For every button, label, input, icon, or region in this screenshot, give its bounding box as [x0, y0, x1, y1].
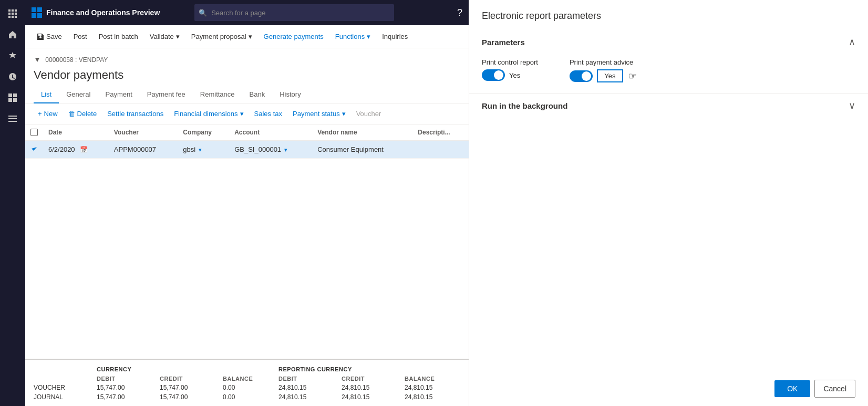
- sidebar-apps-icon[interactable]: [3, 4, 22, 23]
- trash-icon: 🗑: [68, 110, 75, 118]
- tab-list[interactable]: List: [34, 86, 59, 103]
- sidebar-modules-icon[interactable]: [3, 109, 22, 128]
- voucher-rep-debit: 24,810.15: [278, 383, 342, 392]
- svg-rect-19: [37, 13, 42, 18]
- print-payment-advice-param: Print payment advice Yes ☞: [570, 58, 637, 82]
- currency-header: CURRENCY: [97, 364, 278, 374]
- breadcrumb-text: 00000058 : VENDPAY: [45, 56, 108, 64]
- row-company: gbsi ▾: [178, 141, 229, 159]
- voucher-balance: 0.00: [223, 383, 278, 392]
- functions-chevron-icon: ▾: [367, 33, 370, 40]
- filter-icon: ▼: [34, 55, 41, 64]
- panel-title: Electronic report parameters: [469, 0, 868, 30]
- row-description: [412, 141, 469, 159]
- run-background-section: Run in the background ∨: [469, 93, 868, 118]
- payment-proposal-button[interactable]: Payment proposal ▾: [186, 29, 257, 44]
- svg-rect-4: [12, 13, 14, 15]
- post-button[interactable]: Post: [68, 29, 92, 44]
- generate-payments-button[interactable]: Generate payments: [259, 29, 329, 44]
- svg-rect-9: [8, 93, 12, 97]
- balance-header: BALANCE: [223, 374, 278, 383]
- payment-proposal-chevron-icon: ▾: [249, 33, 252, 40]
- col-company: Company: [178, 124, 229, 141]
- payment-status-button[interactable]: Payment status ▾: [288, 108, 350, 120]
- row-check-cell: [25, 141, 43, 159]
- col-date: Date: [43, 124, 109, 141]
- parameters-section-content: Print control report Yes Print payment a…: [469, 54, 868, 93]
- tab-remittance[interactable]: Remittance: [193, 86, 242, 103]
- sidebar-history-icon[interactable]: [3, 67, 22, 86]
- col-voucher: Voucher: [109, 124, 178, 141]
- col-account: Account: [229, 124, 312, 141]
- help-icon[interactable]: ?: [457, 7, 462, 18]
- sidebar-favorites-icon[interactable]: [3, 46, 22, 65]
- fin-dim-chevron-icon: ▾: [240, 110, 244, 118]
- voucher-rep-credit: 24,810.15: [342, 383, 405, 392]
- tab-history[interactable]: History: [272, 86, 308, 103]
- company-dropdown-icon[interactable]: ▾: [199, 147, 202, 153]
- print-payment-advice-toggle[interactable]: [570, 70, 593, 82]
- search-input[interactable]: [194, 4, 394, 21]
- parameters-section-title: Parameters: [482, 38, 525, 47]
- grid-container[interactable]: Date Voucher Company Account Vendor name…: [25, 124, 469, 359]
- search-container: 🔍: [194, 4, 394, 21]
- toggle-thumb: [494, 70, 503, 80]
- tab-bank[interactable]: Bank: [242, 86, 273, 103]
- footer-totals: CURRENCY DEBIT CREDIT BALANCE: [25, 359, 469, 406]
- validate-button[interactable]: Validate ▾: [144, 29, 185, 44]
- payment-status-chevron-icon: ▾: [342, 110, 346, 118]
- tab-payment[interactable]: Payment: [98, 86, 139, 103]
- tab-payment-fee[interactable]: Payment fee: [140, 86, 193, 103]
- row-account: GB_SI_000001 ▾: [229, 141, 312, 159]
- svg-rect-18: [32, 13, 36, 18]
- svg-rect-17: [37, 7, 42, 12]
- tab-general[interactable]: General: [59, 86, 98, 103]
- parameters-section-header[interactable]: Parameters ∧: [469, 30, 868, 54]
- app-title: Finance and Operations Preview: [46, 8, 160, 17]
- main-area: Finance and Operations Preview 🔍 ? Save …: [25, 0, 469, 406]
- account-dropdown-icon[interactable]: ▾: [284, 147, 287, 153]
- inquiries-button[interactable]: Inquiries: [377, 29, 413, 44]
- credit-header: CREDIT: [160, 374, 223, 383]
- row-voucher: APPM000007: [109, 141, 178, 159]
- toggle-thumb-2: [582, 71, 591, 81]
- sidebar-workspaces-icon[interactable]: [3, 88, 22, 107]
- page-content: ▼ 00000058 : VENDPAY Vendor payments Lis…: [25, 48, 469, 406]
- table-row[interactable]: 6/2/2020 📅 APPM000007 gbsi ▾ GB_SI_00000…: [25, 141, 469, 159]
- save-button[interactable]: Save: [32, 29, 67, 44]
- voucher-label: VOUCHER: [34, 383, 97, 392]
- footer-voucher-row: VOUCHER 15,747.00 15,747.00 0.00: [34, 383, 460, 392]
- svg-rect-14: [8, 118, 17, 119]
- delete-button[interactable]: 🗑 Delete: [64, 108, 101, 120]
- svg-rect-15: [8, 121, 17, 122]
- voucher-button[interactable]: Voucher: [352, 108, 386, 120]
- parameters-collapse-icon[interactable]: ∧: [849, 36, 855, 48]
- validate-chevron-icon: ▾: [176, 33, 180, 40]
- sales-tax-button[interactable]: Sales tax: [250, 108, 286, 120]
- footer-journal-row: JOURNAL 15,747.00 15,747.00 0.00: [34, 392, 460, 402]
- col-description: Descripti...: [412, 124, 469, 141]
- svg-rect-10: [13, 93, 17, 97]
- debit-header: DEBIT: [97, 374, 160, 383]
- ok-button[interactable]: OK: [774, 380, 810, 397]
- print-payment-advice-value[interactable]: Yes: [597, 69, 623, 82]
- cancel-button[interactable]: Cancel: [814, 380, 855, 398]
- search-icon: 🔍: [199, 9, 207, 17]
- run-background-expand-icon[interactable]: ∨: [849, 100, 855, 111]
- functions-button[interactable]: Functions ▾: [330, 29, 376, 44]
- voucher-credit: 15,747.00: [160, 383, 223, 392]
- print-control-report-toggle[interactable]: [482, 69, 505, 81]
- print-payment-advice-control: Yes ☞: [570, 69, 637, 82]
- reporting-currency-header: REPORTING CURRENCY: [278, 364, 460, 374]
- select-all-checkbox[interactable]: [30, 129, 38, 136]
- svg-rect-16: [32, 7, 36, 12]
- run-background-header[interactable]: Run in the background ∨: [482, 100, 855, 111]
- calendar-icon[interactable]: 📅: [80, 146, 88, 153]
- financial-dimensions-button[interactable]: Financial dimensions ▾: [170, 108, 247, 120]
- settle-transactions-button[interactable]: Settle transactions: [103, 108, 168, 120]
- sidebar-home-icon[interactable]: [3, 25, 22, 44]
- post-batch-button[interactable]: Post in batch: [94, 29, 143, 44]
- topbar: Finance and Operations Preview 🔍 ?: [25, 0, 469, 25]
- new-button[interactable]: + New: [34, 108, 62, 120]
- svg-rect-11: [8, 98, 12, 102]
